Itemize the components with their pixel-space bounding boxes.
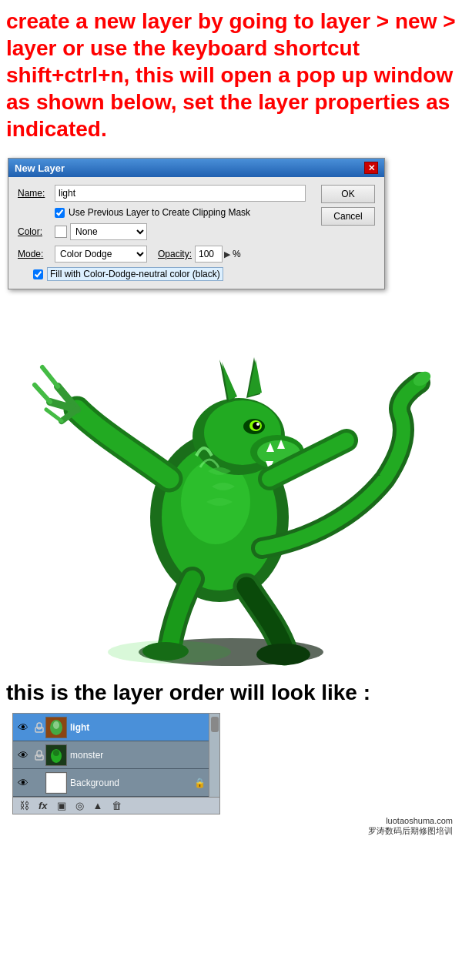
layer-row[interactable]: 👁 Background 🔒 <box>13 769 209 797</box>
delete-layer-button[interactable]: 🗑 <box>110 800 123 811</box>
clipping-mask-label: Use Previous Layer to Create Clipping Ma… <box>69 207 250 218</box>
mask-button[interactable]: ▣ <box>55 800 68 811</box>
opacity-label: Opacity: <box>158 249 192 259</box>
svg-rect-32 <box>37 723 42 729</box>
name-label: Name: <box>18 188 55 199</box>
chain-button[interactable]: ⛓ <box>18 800 31 811</box>
dialog-wrapper: New Layer ✕ Name: Use Previous Layer to … <box>0 150 462 302</box>
watermark: luotaoshuma.com罗涛数码后期修图培训 <box>6 814 456 840</box>
eye-icon[interactable]: 👁 <box>15 747 32 764</box>
link-icon <box>33 747 45 764</box>
color-label: Color: <box>18 226 55 237</box>
svg-point-41 <box>53 750 59 756</box>
bottom-instruction-text: this is the layer order will look like : <box>0 671 462 713</box>
layer-row[interactable]: 👁 monster <box>13 741 209 769</box>
percent-label: % <box>233 249 241 259</box>
layers-list: 👁 light <box>13 714 209 797</box>
dialog-body: Name: Use Previous Layer to Create Clipp… <box>8 177 384 289</box>
link-icon <box>33 719 45 736</box>
svg-rect-33 <box>35 727 43 732</box>
name-row: Name: <box>18 185 306 202</box>
dialog-buttons: OK Cancel <box>313 185 375 281</box>
ok-button[interactable]: OK <box>321 185 375 203</box>
clipping-mask-checkbox[interactable] <box>55 208 65 218</box>
instruction-text: create a new layer by going to layer > n… <box>0 0 462 150</box>
layer-thumbnail <box>45 744 67 766</box>
mode-select[interactable]: Color Dodge <box>55 246 147 263</box>
svg-rect-38 <box>35 755 43 760</box>
svg-point-31 <box>108 641 231 664</box>
dialog-title: New Layer <box>15 162 65 174</box>
new-layer-button[interactable]: ▲ <box>92 800 105 811</box>
mode-row: Mode: Color Dodge Opacity: ▶ % <box>18 246 306 263</box>
name-input[interactable] <box>55 185 306 202</box>
monster-image-area <box>0 302 462 671</box>
layer-thumbnail <box>45 772 67 794</box>
scrollbar[interactable] <box>209 714 219 797</box>
eye-icon[interactable]: 👁 <box>15 719 32 736</box>
new-layer-dialog: New Layer ✕ Name: Use Previous Layer to … <box>8 158 385 289</box>
color-row: Color: None <box>18 223 306 240</box>
layers-bottom-bar: ⛓ fx ▣ ◎ ▲ 🗑 <box>13 797 219 814</box>
color-select[interactable]: None <box>70 223 147 240</box>
layer-name: light <box>70 722 89 733</box>
adjustment-button[interactable]: ◎ <box>74 800 85 811</box>
dialog-close-button[interactable]: ✕ <box>364 162 378 174</box>
svg-point-16 <box>253 422 260 430</box>
clipping-mask-row: Use Previous Layer to Create Clipping Ma… <box>18 207 306 218</box>
svg-point-17 <box>256 423 259 426</box>
svg-point-30 <box>256 644 310 665</box>
layer-name: monster <box>70 750 103 761</box>
svg-rect-42 <box>46 773 66 793</box>
fill-label: Fill with Color-Dodge-neutral color (bla… <box>47 267 223 281</box>
svg-point-36 <box>53 721 59 729</box>
dialog-main-content: Name: Use Previous Layer to Create Clipp… <box>18 185 375 281</box>
color-swatch <box>55 226 67 238</box>
dialog-titlebar: New Layer ✕ <box>8 159 384 177</box>
layers-row-container: 👁 light <box>13 714 219 797</box>
eye-icon[interactable]: 👁 <box>15 774 32 791</box>
dialog-fields: Name: Use Previous Layer to Create Clipp… <box>18 185 306 281</box>
layer-thumbnail <box>45 717 67 738</box>
cancel-button[interactable]: Cancel <box>321 207 375 226</box>
layers-panel: 👁 light <box>12 713 220 814</box>
fill-checkbox[interactable] <box>33 269 43 279</box>
fx-button[interactable]: fx <box>37 800 49 811</box>
layer-name: Background <box>70 778 119 788</box>
link-icon <box>33 774 45 791</box>
opacity-input[interactable] <box>195 246 223 263</box>
fill-checkbox-row: Fill with Color-Dodge-neutral color (bla… <box>18 267 306 281</box>
mode-label: Mode: <box>18 249 55 259</box>
layer-row[interactable]: 👁 light <box>13 714 209 741</box>
opacity-arrow[interactable]: ▶ <box>224 249 230 259</box>
svg-rect-37 <box>37 751 42 757</box>
lock-icon: 🔒 <box>194 778 206 788</box>
